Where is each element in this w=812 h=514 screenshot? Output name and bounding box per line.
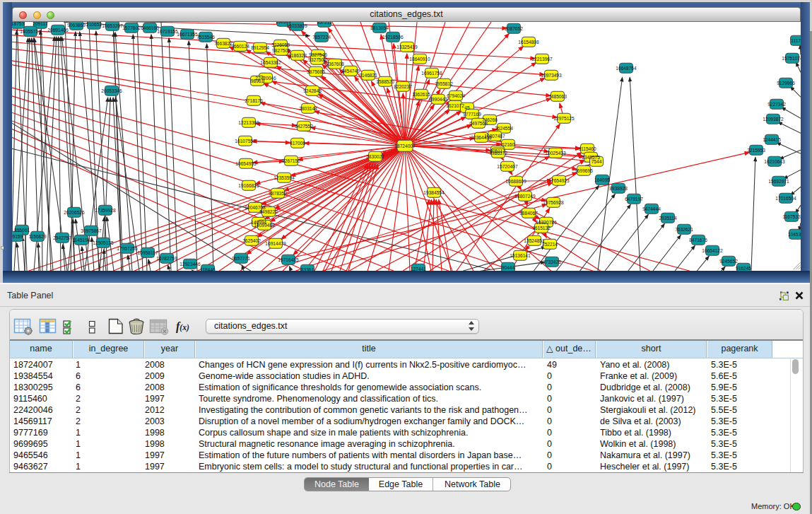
svg-text:12093872: 12093872	[763, 117, 784, 122]
svg-text:8990443: 8990443	[429, 97, 447, 102]
svg-text:8220237: 8220237	[394, 84, 412, 89]
svg-text:10688609: 10688609	[505, 179, 526, 184]
svg-text:17016504: 17016504	[775, 196, 796, 201]
svg-text:209117: 209117	[33, 22, 48, 26]
svg-text:7515546: 7515546	[196, 35, 215, 40]
svg-text:8267150: 8267150	[282, 158, 300, 163]
svg-text:13325419: 13325419	[396, 45, 418, 49]
svg-text:210653: 210653	[86, 22, 102, 27]
svg-text:15751074: 15751074	[782, 56, 801, 61]
svg-text:17359928: 17359928	[95, 208, 116, 213]
svg-text:16320786: 16320786	[536, 220, 557, 225]
svg-text:8938928: 8938928	[609, 186, 628, 191]
svg-text:9777169: 9777169	[463, 112, 481, 117]
svg-text:104532: 104532	[788, 232, 801, 237]
svg-text:2718176: 2718176	[245, 98, 263, 103]
svg-text:16154808: 16154808	[518, 40, 539, 45]
svg-text:16671355: 16671355	[177, 32, 198, 37]
svg-text:17654923: 17654923	[548, 178, 570, 183]
svg-text:15720407: 15720407	[497, 164, 518, 169]
svg-text:16914479: 16914479	[265, 241, 286, 246]
svg-text:10807487: 10807487	[484, 134, 505, 139]
svg-text:417006: 417006	[290, 141, 305, 146]
svg-text:20053346: 20053346	[101, 88, 122, 93]
svg-text:164095: 164095	[594, 177, 610, 182]
svg-text:2942757: 2942757	[53, 235, 71, 240]
svg-text:9227342: 9227342	[767, 102, 786, 107]
svg-text:16961758: 16961758	[421, 71, 442, 76]
svg-text:9245652: 9245652	[719, 259, 738, 264]
svg-text:2087652: 2087652	[505, 26, 523, 31]
svg-text:10958117: 10958117	[138, 250, 158, 255]
svg-text:1615132: 1615132	[532, 226, 551, 230]
svg-text:18640910: 18640910	[409, 57, 430, 62]
svg-text:7663822: 7663822	[214, 41, 233, 46]
svg-text:9884067: 9884067	[519, 211, 538, 216]
svg-text:9474444: 9474444	[642, 206, 661, 211]
svg-text:16648764: 16648764	[616, 66, 637, 71]
svg-text:9146821: 9146821	[359, 73, 377, 78]
svg-text:8813054: 8813054	[370, 25, 389, 30]
svg-text:3215953: 3215953	[747, 148, 765, 153]
svg-text:1156829: 1156829	[28, 234, 47, 239]
svg-text:16782759: 16782759	[156, 256, 177, 261]
svg-text:2803144: 2803144	[299, 106, 317, 111]
svg-text:19654955: 19654955	[235, 161, 257, 166]
svg-text:9827505: 9827505	[272, 48, 290, 53]
svg-text:1244415: 1244415	[763, 137, 781, 142]
svg-text:8454749: 8454749	[341, 69, 360, 74]
svg-text:20206526: 20206526	[64, 210, 85, 215]
svg-text:9327546: 9327546	[309, 52, 327, 57]
svg-text:9063869: 9063869	[67, 23, 86, 28]
svg-text:127441: 127441	[411, 267, 426, 271]
svg-text:20691406: 20691406	[47, 28, 69, 33]
svg-text:10719155: 10719155	[157, 29, 178, 34]
svg-text:5498222: 5498222	[259, 209, 278, 214]
svg-text:3624554: 3624554	[495, 126, 513, 131]
svg-text:19218506: 19218506	[382, 35, 404, 40]
svg-text:12923446: 12923446	[180, 262, 201, 267]
svg-text:957212: 957212	[317, 22, 332, 25]
svg-text:1167533: 1167533	[782, 214, 801, 219]
svg-text:6466160: 6466160	[141, 25, 159, 30]
svg-text:916245: 916245	[736, 266, 751, 271]
svg-text:19384554: 19384554	[423, 190, 445, 195]
svg-text:12353594: 12353594	[273, 175, 295, 180]
svg-text:9660124: 9660124	[231, 44, 249, 49]
svg-text:18753: 18753	[12, 22, 24, 26]
svg-text:252214: 252214	[542, 242, 558, 247]
svg-text:15692971: 15692971	[768, 179, 789, 184]
svg-text:1733426: 1733426	[543, 259, 561, 264]
svg-text:1621072: 1621072	[446, 103, 464, 108]
svg-text:12213369: 12213369	[238, 120, 259, 125]
svg-text:9115460: 9115460	[578, 146, 596, 151]
svg-text:11170: 11170	[791, 38, 801, 43]
svg-text:16210643: 16210643	[764, 159, 785, 164]
svg-text:9242848: 9242848	[303, 88, 322, 93]
svg-text:30975867: 30975867	[81, 228, 102, 233]
svg-text:10653267: 10653267	[102, 23, 123, 28]
svg-text:2935114: 2935114	[659, 216, 677, 221]
svg-text:8427552: 8427552	[295, 124, 313, 129]
svg-text:7485063: 7485063	[548, 94, 567, 99]
svg-text:7857224: 7857224	[312, 35, 331, 40]
svg-text:18807249: 18807249	[514, 194, 536, 199]
svg-text:3875685: 3875685	[307, 69, 325, 74]
svg-text:855061: 855061	[14, 228, 30, 233]
svg-text:12505135: 12505135	[93, 240, 114, 245]
svg-text:7955812: 7955812	[435, 81, 453, 86]
svg-text:7544: 7544	[592, 159, 602, 164]
svg-text:83361: 83361	[301, 267, 314, 271]
svg-text:8912954: 8912954	[251, 45, 269, 50]
svg-text:16033809: 16033809	[286, 23, 307, 28]
svg-text:12213967: 12213967	[531, 57, 553, 62]
svg-text:10025433: 10025433	[545, 151, 566, 156]
svg-text:45: 45	[464, 105, 470, 110]
svg-text:10654122: 10654122	[702, 248, 723, 253]
svg-text:6794024: 6794024	[447, 93, 465, 98]
svg-text:118446: 118446	[200, 267, 216, 271]
svg-text:90444: 90444	[502, 265, 515, 270]
svg-text:10973493: 10973493	[541, 73, 562, 78]
svg-text:14055714: 14055714	[20, 29, 41, 34]
svg-text:9327508: 9327508	[308, 57, 326, 62]
